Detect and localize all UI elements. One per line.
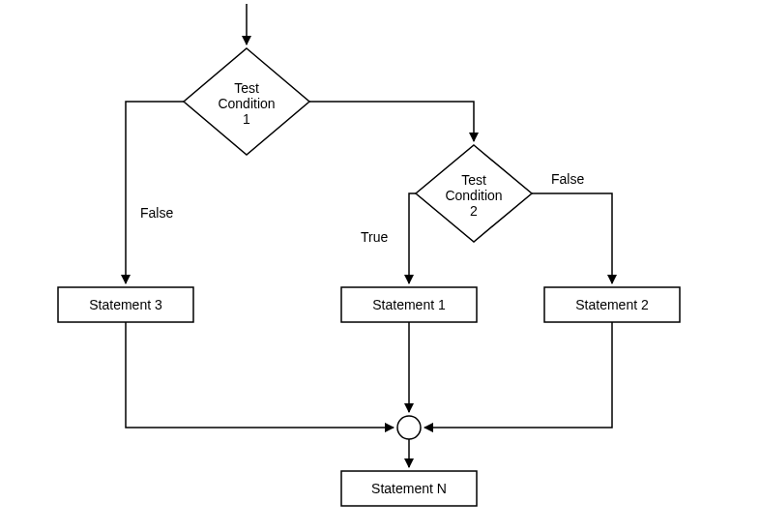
edge-cond1-false [126,102,184,283]
condition-2-line3: 2 [470,203,478,219]
edge-cond2-false-label: False [551,171,584,187]
condition-1-line2: Condition [218,96,275,111]
statement-3-label: Statement 3 [89,297,162,312]
edge-cond1-true [309,102,474,141]
condition-2-line1: Test [461,172,486,188]
statement-1-node: Statement 1 [341,287,477,322]
edge-cond2-true-label: True [361,229,388,245]
edge-cond2-false [532,193,612,283]
junction-node [397,416,421,439]
edge-cond2-true [409,193,416,283]
edge-cond1-false-label: False [140,205,173,221]
statement-2-label: Statement 2 [575,297,649,312]
statement-3-node: Statement 3 [58,287,193,322]
edge-stmt3-junction [126,322,394,428]
condition-1-line1: Test [234,80,259,96]
statement-2-node: Statement 2 [544,287,680,322]
statement-1-label: Statement 1 [372,297,446,312]
condition-2-line2: Condition [445,188,502,203]
edge-stmt2-junction [424,322,612,428]
statement-n-node: Statement N [341,471,477,506]
condition-1-line3: 1 [243,111,250,127]
condition-2-node: Test Condition 2 [416,145,532,242]
condition-1-node: Test Condition 1 [184,48,309,155]
statement-n-label: Statement N [371,481,447,496]
